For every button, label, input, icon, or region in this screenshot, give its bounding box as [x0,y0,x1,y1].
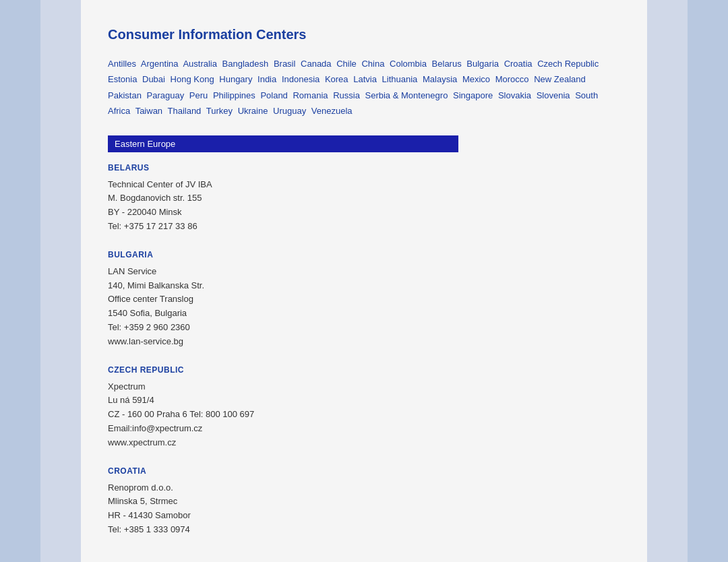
nav-link-peru[interactable]: Peru [189,90,208,100]
nav-link-paraguay[interactable]: Paraguay [147,90,185,100]
nav-link-ukraine[interactable]: Ukraine [238,106,268,116]
nav-link-chile[interactable]: Chile [336,59,357,69]
nav-link-pakistan[interactable]: Pakistan [108,90,142,100]
nav-link-hungary[interactable]: Hungary [219,74,252,84]
nav-link-morocco[interactable]: Morocco [495,74,529,84]
gray-right [647,0,688,562]
side-left [0,0,40,562]
nav-link-bulgaria[interactable]: Bulgaria [466,59,499,69]
nav-link-lithuania[interactable]: Lithuania [382,74,418,84]
outer-wrapper: Consumer Information Centers Antilles Ar… [0,0,728,562]
nav-link-estonia[interactable]: Estonia [108,74,137,84]
country-block-croatia: CROATIARenoprom d.o.o. Mlinska 5, Strmec… [108,466,620,537]
page-title: Consumer Information Centers [108,27,620,42]
nav-link-malaysia[interactable]: Malaysia [423,74,457,84]
nav-link-antilles[interactable]: Antilles [108,59,136,69]
country-block-czech-republic: CZECH REPUBLICXpectrum Lu ná 591/4 CZ - … [108,365,620,450]
nav-link-bangladesh[interactable]: Bangladesh [222,59,269,69]
links-section: Antilles Argentina Australia Bangladesh … [108,56,620,119]
side-right [688,0,728,562]
section-header: Eastern Europe [108,135,458,152]
country-heading: CZECH REPUBLIC [108,365,620,375]
nav-link-russia[interactable]: Russia [333,90,360,100]
content-area: Consumer Information Centers Antilles Ar… [81,0,647,562]
country-heading: BULGARIA [108,250,620,259]
nav-link-hong-kong[interactable]: Hong Kong [171,74,214,84]
nav-link-latvia[interactable]: Latvia [353,74,377,84]
nav-link-taiwan[interactable]: Taiwan [135,106,162,116]
nav-link-indonesia[interactable]: Indonesia [282,74,320,84]
nav-link-argentina[interactable]: Argentina [141,59,179,69]
countries-container: BELARUSTechnical Center of JV IBA M. Bog… [108,163,620,537]
country-heading: BELARUS [108,163,620,173]
nav-link-korea[interactable]: Korea [325,74,348,84]
gray-left [40,0,81,562]
nav-link-canada[interactable]: Canada [301,59,332,69]
country-block-bulgaria: BULGARIALAN Service 140, Mimi Balkanska … [108,250,620,349]
nav-link-philippines[interactable]: Philippines [213,90,255,100]
nav-link-australia[interactable]: Australia [183,59,217,69]
center-column: Consumer Information Centers Antilles Ar… [40,0,688,562]
nav-link-venezuela[interactable]: Venezuela [311,106,353,116]
nav-link-china[interactable]: China [361,59,384,69]
nav-link-colombia[interactable]: Colombia [390,59,427,69]
nav-link-poland[interactable]: Poland [260,90,287,100]
nav-link-czech-republic[interactable]: Czech Republic [537,59,599,69]
nav-link-mexico[interactable]: Mexico [462,74,490,84]
nav-link-croatia[interactable]: Croatia [504,59,533,69]
nav-link-dubai[interactable]: Dubai [142,74,165,84]
nav-link-serbia--montenegro[interactable]: Serbia & Montenegro [365,90,448,100]
nav-link-thailand[interactable]: Thailand [167,106,201,116]
country-info: Technical Center of JV IBA M. Bogdanovic… [108,178,620,234]
country-info: Xpectrum Lu ná 591/4 CZ - 160 00 Praha 6… [108,380,620,450]
country-block-belarus: BELARUSTechnical Center of JV IBA M. Bog… [108,163,620,234]
country-info: Renoprom d.o.o. Mlinska 5, Strmec HR - 4… [108,481,620,537]
nav-link-singapore[interactable]: Singapore [453,90,493,100]
nav-link-new-zealand[interactable]: New Zealand [534,74,586,84]
nav-link-slovakia[interactable]: Slovakia [498,90,531,100]
nav-link-brasil[interactable]: Brasil [274,59,296,69]
nav-link-belarus[interactable]: Belarus [432,59,462,69]
nav-link-india[interactable]: India [257,74,276,84]
nav-link-uruguay[interactable]: Uruguay [273,106,306,116]
country-info: LAN Service 140, Mimi Balkanska Str. Off… [108,265,620,349]
nav-link-slovenia[interactable]: Slovenia [537,90,570,100]
nav-link-romania[interactable]: Romania [293,90,328,100]
country-heading: CROATIA [108,466,620,476]
nav-link-turkey[interactable]: Turkey [206,106,233,116]
